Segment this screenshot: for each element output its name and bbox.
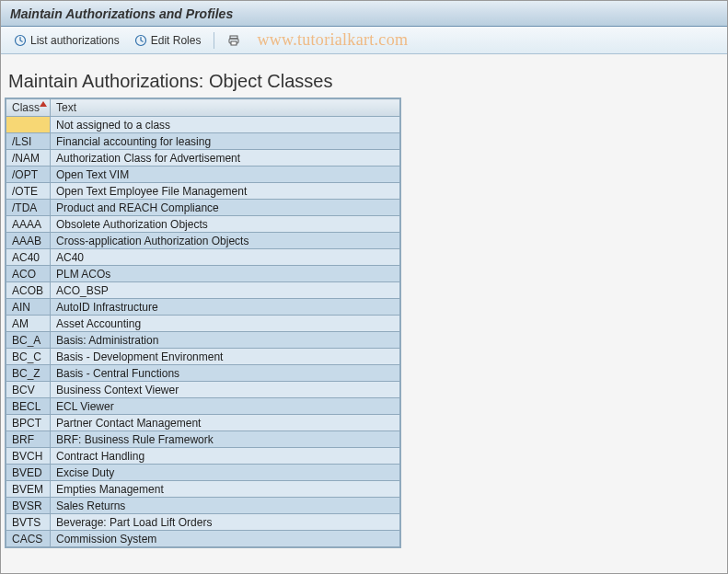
cell-text[interactable]: Product and REACH Compliance — [51, 200, 400, 216]
table-row[interactable]: AC40AC40 — [6, 249, 400, 266]
cell-class[interactable]: AC40 — [6, 249, 51, 266]
cell-text[interactable]: AutoID Infrastructure — [51, 299, 400, 316]
list-authorizations-label: List authorizations — [30, 34, 120, 47]
cell-class[interactable]: BRF — [6, 431, 51, 448]
table-row[interactable]: /OTEOpen Text Employee File Management — [6, 183, 400, 200]
watermark-text: www.tutorialkart.com — [257, 30, 408, 50]
table-row[interactable]: ACOPLM ACOs — [6, 266, 400, 282]
table-row[interactable]: BVCHContract Handling — [6, 448, 400, 465]
table-row[interactable]: BCVBusiness Context Viewer — [6, 382, 400, 398]
print-button[interactable] — [222, 32, 246, 49]
cell-text[interactable]: Sales Returns — [51, 498, 400, 514]
window-title: Maintain Authorizations and Profiles — [10, 6, 233, 21]
edit-roles-label: Edit Roles — [151, 34, 202, 47]
cell-class[interactable]: CACS — [6, 531, 51, 547]
cell-text[interactable]: Beverage: Part Load Lift Orders — [51, 514, 400, 531]
cell-class[interactable]: BC_C — [6, 349, 51, 365]
content-area: Maintain Authorizations: Object Classes … — [1, 54, 727, 574]
cell-text[interactable]: Partner Contact Management — [51, 415, 400, 431]
table-row[interactable]: BVTSBeverage: Part Load Lift Orders — [6, 514, 400, 531]
table-row[interactable]: /NAMAuthorization Class for Advertisemen… — [6, 150, 400, 166]
table-row[interactable]: CACSCommission System — [6, 531, 400, 547]
column-header-text[interactable]: Text — [51, 99, 400, 117]
cell-class[interactable]: AAAA — [6, 216, 51, 233]
cell-class[interactable]: AM — [6, 316, 51, 332]
cell-class[interactable]: BVCH — [6, 448, 51, 465]
clock-icon — [14, 34, 27, 47]
table-row[interactable]: Not assigned to a class — [6, 117, 400, 133]
cell-class[interactable]: BVTS — [6, 514, 51, 531]
cell-class[interactable]: BVED — [6, 465, 51, 481]
cell-text[interactable]: Cross-application Authorization Objects — [51, 233, 400, 249]
cell-class[interactable]: /LSI — [6, 133, 51, 150]
cell-class[interactable]: BVSR — [6, 498, 51, 514]
table-row[interactable]: BRFBRF: Business Rule Framework — [6, 431, 400, 448]
table-row[interactable]: AMAsset Accounting — [6, 316, 400, 332]
table-row[interactable]: BVEMEmpties Management — [6, 481, 400, 498]
titlebar: Maintain Authorizations and Profiles — [1, 1, 727, 27]
cell-text[interactable]: Basis: Administration — [51, 332, 400, 349]
table-row[interactable]: BPCTPartner Contact Management — [6, 415, 400, 431]
cell-text[interactable]: Open Text Employee File Management — [51, 183, 400, 200]
cell-class[interactable]: AIN — [6, 299, 51, 316]
table-row[interactable]: AAABCross-application Authorization Obje… — [6, 233, 400, 249]
table-row[interactable]: AAAAObsolete Authorization Objects — [6, 216, 400, 233]
clock-icon — [134, 34, 147, 47]
cell-text[interactable]: Not assigned to a class — [51, 117, 400, 133]
object-classes-table[interactable]: Class Text Not assigned to a class/LSIFi… — [6, 98, 400, 547]
table-row[interactable]: BC_ZBasis - Central Functions — [6, 365, 400, 382]
table-row[interactable]: /OPTOpen Text VIM — [6, 166, 400, 183]
list-authorizations-button[interactable]: List authorizations — [8, 32, 125, 49]
cell-text[interactable]: ECL Viewer — [51, 398, 400, 415]
cell-class[interactable]: /OPT — [6, 166, 51, 183]
cell-class[interactable]: BPCT — [6, 415, 51, 431]
cell-class[interactable]: ACO — [6, 266, 51, 282]
svg-rect-4 — [231, 41, 237, 45]
cell-class[interactable] — [6, 117, 51, 133]
table-row[interactable]: BC_CBasis - Development Environment — [6, 349, 400, 365]
print-icon — [227, 34, 240, 47]
table-row[interactable]: ACOBACO_BSP — [6, 282, 400, 299]
cell-class[interactable]: BECL — [6, 398, 51, 415]
toolbar-separator — [214, 32, 214, 49]
cell-text[interactable]: Financial accounting for leasing — [51, 133, 400, 150]
table-row[interactable]: BVEDExcise Duty — [6, 465, 400, 481]
sort-ascending-icon — [40, 101, 47, 107]
cell-text[interactable]: PLM ACOs — [51, 266, 400, 282]
cell-text[interactable]: BRF: Business Rule Framework — [51, 431, 400, 448]
page-heading: Maintain Authorizations: Object Classes — [8, 71, 720, 92]
table-row[interactable]: BECLECL Viewer — [6, 398, 400, 415]
table-row[interactable]: BVSRSales Returns — [6, 498, 400, 514]
table-row[interactable]: /TDAProduct and REACH Compliance — [6, 200, 400, 216]
cell-text[interactable]: Open Text VIM — [51, 166, 400, 183]
cell-text[interactable]: Asset Accounting — [51, 316, 400, 332]
cell-class[interactable]: BVEM — [6, 481, 51, 498]
cell-class[interactable]: /NAM — [6, 150, 51, 166]
cell-text[interactable]: Contract Handling — [51, 448, 400, 465]
cell-class[interactable]: AAAB — [6, 233, 51, 249]
cell-text[interactable]: Excise Duty — [51, 465, 400, 481]
cell-text[interactable]: Basis - Development Environment — [51, 349, 400, 365]
cell-class[interactable]: /OTE — [6, 183, 51, 200]
table-header-row: Class Text — [6, 99, 400, 117]
cell-class[interactable]: BC_A — [6, 332, 51, 349]
table-row[interactable]: AINAutoID Infrastructure — [6, 299, 400, 316]
toolbar: List authorizations Edit Roles www.tutor… — [1, 27, 727, 54]
edit-roles-button[interactable]: Edit Roles — [129, 32, 207, 49]
table-row[interactable]: /LSIFinancial accounting for leasing — [6, 133, 400, 150]
cell-text[interactable]: Authorization Class for Advertisement — [51, 150, 400, 166]
cell-text[interactable]: ACO_BSP — [51, 282, 400, 299]
cell-text[interactable]: Business Context Viewer — [51, 382, 400, 398]
cell-text[interactable]: Commission System — [51, 531, 400, 547]
cell-text[interactable]: Basis - Central Functions — [51, 365, 400, 382]
cell-text[interactable]: Empties Management — [51, 481, 400, 498]
cell-class[interactable]: /TDA — [6, 200, 51, 216]
column-header-class-label: Class — [12, 101, 40, 114]
column-header-class[interactable]: Class — [6, 99, 51, 117]
cell-class[interactable]: BCV — [6, 382, 51, 398]
cell-class[interactable]: BC_Z — [6, 365, 51, 382]
cell-class[interactable]: ACOB — [6, 282, 51, 299]
cell-text[interactable]: Obsolete Authorization Objects — [51, 216, 400, 233]
table-row[interactable]: BC_ABasis: Administration — [6, 332, 400, 349]
cell-text[interactable]: AC40 — [51, 249, 400, 266]
